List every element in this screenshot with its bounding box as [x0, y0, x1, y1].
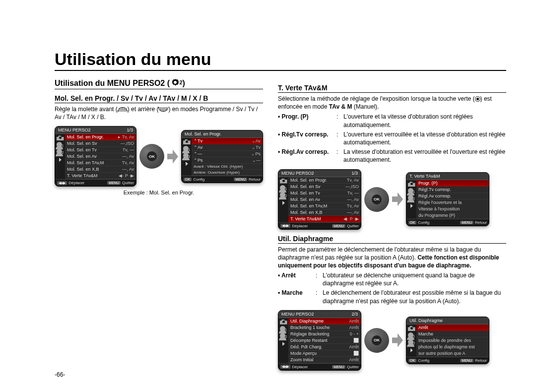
row-label: Zoom Initial: [290, 357, 314, 362]
panel-row-item: ⌃Tv⌄Av: [192, 138, 263, 144]
user-icon: [408, 188, 413, 194]
ok-icon: OK: [408, 359, 416, 362]
section-heading-text: Utilisation du MENU PERSO2 (: [55, 79, 170, 87]
panel-row-item: Mol. Sel. en TAv,MTv, Av: [65, 160, 136, 166]
panel-row-item: Mol. Sel. en Av—, Av: [65, 153, 136, 160]
footer-right: Retour: [249, 177, 261, 182]
row-value: —, Av: [347, 197, 359, 202]
row-value: —,ISO: [121, 141, 134, 146]
footer-left: Déplacer: [292, 224, 308, 228]
panel-title: MENU PERSO2: [281, 312, 314, 317]
row-value: Arrêt: [349, 319, 359, 324]
menu-icon: MENU: [460, 359, 473, 362]
panel-sidebar-icons: 1 2: [182, 138, 192, 176]
row-value: ◀- P -▶: [119, 173, 134, 178]
play-icon: [410, 204, 413, 208]
row-label: Mol. Sel. en Tv: [67, 147, 97, 152]
row-value: Tv, Av: [347, 203, 359, 208]
detail-line: du Programme (P): [416, 212, 489, 219]
panel-row-item: Mode Aperçu⬜: [288, 350, 361, 357]
user-icon: [57, 149, 62, 154]
footer-left: Config: [193, 177, 204, 182]
row-value: —, Av: [122, 167, 134, 172]
panel-row-item: ⌃Ps⌄—: [192, 157, 263, 164]
footer-left: Config: [418, 220, 429, 225]
row-label: Mol. Sel. en Av: [67, 154, 97, 159]
def-desc: L'ouverture et la vitesse d'obturation s…: [343, 113, 506, 129]
camera-icon: [280, 179, 287, 184]
row-value: Tv, Av: [122, 160, 134, 165]
row-value: ▸ Tv, Av: [118, 134, 134, 139]
row-value: ⌄Av: [252, 138, 261, 143]
def-sep: :: [316, 271, 320, 287]
col-left: Utilisation du MENU PERSO2 ( 2) Mol. Sel…: [55, 79, 263, 374]
row-label: Mol. Sel. en X,B: [290, 210, 323, 215]
panel-row-item: ⌃—⌄Ps: [192, 151, 263, 157]
panel-row-item: Mol. Sel. en Progr.Tv, Av: [288, 177, 361, 184]
footer-right: Quitter: [122, 181, 134, 185]
dial-rear-icon: [158, 107, 168, 112]
def-term: • Marche: [278, 289, 313, 305]
row-label: Progr. (P): [418, 181, 438, 186]
panel-row-item: Mol. Sel. en TAv,MTv, Av: [288, 203, 361, 209]
row-label: Mol. Sel. en Sv: [290, 184, 321, 189]
row-label: Mol. Sel. en Progr.: [67, 134, 104, 139]
nav-icon: ◀●▶: [280, 224, 290, 228]
panel-row-item: Bracketing 1 toucheArrêt: [288, 325, 361, 331]
panel-row-item: Décompte Restant⬜: [288, 337, 361, 344]
panel-diaphragme-options: Util. Diaphragme 1 2 ArrêtMarche Impossi…: [406, 317, 489, 364]
ok-nav-dial-icon: [364, 328, 389, 353]
user-icon: [280, 333, 285, 338]
panel-row-item: Mol. Sel. en Av—, Av: [288, 196, 361, 203]
definition-item: • Arrêt:L'obturateur se déclenche unique…: [278, 271, 506, 287]
row-value: Arrêt: [349, 325, 359, 330]
row-label: ⌃Av: [194, 145, 202, 150]
panel-tverte-options: T. Verte TAv&M 1 2 Progr. (P)Régl.Tv cor…: [406, 172, 489, 226]
row-value: ⬜: [353, 351, 359, 356]
def-term: • Arrêt: [278, 271, 313, 287]
row-label: Util. Diaphragme: [290, 319, 324, 324]
user-icon: [408, 195, 413, 200]
section-heading-end: ): [183, 79, 185, 87]
def-sep: :: [336, 148, 340, 164]
menu-icon: MENU: [107, 181, 121, 185]
row-label: Marche: [418, 331, 433, 336]
panel-row-item: Mol. Sel. en Sv—,ISO: [65, 140, 136, 147]
panel-title: MENU PERSO2: [58, 128, 91, 132]
tverte-intro: Sélectionne la méthode de réglage de l'e…: [278, 95, 506, 111]
panel-list: ⌃Tv⌄Av⌃Av⌄Tv⌃—⌄Ps⌃Ps⌄— Avant : Vitesse O…: [192, 138, 263, 176]
panel-sidebar-icons: 1 2: [406, 180, 416, 218]
panel-row-item: Progr. (P): [416, 180, 489, 187]
nav-icon: ◀●▶: [57, 181, 67, 185]
row-value: ⌄Tv: [252, 145, 261, 150]
row-label: Mol. Sel. en Av: [290, 197, 320, 202]
row-label: Mol. Sel. en X,B: [67, 167, 99, 172]
panel-row-item: Marche: [416, 331, 489, 337]
user-icon: [183, 146, 189, 151]
row-label: T. Verte TAv&M: [67, 173, 98, 178]
row-value: ⌄—: [252, 158, 261, 163]
arrow-right-icon: [392, 193, 403, 206]
def-desc: L'ouverture est verrouillée et la vitess…: [343, 131, 506, 146]
play-icon: [59, 158, 62, 162]
tverte-heading: T. Verte TAv&M: [278, 84, 506, 93]
panel-title: Mol. Sel. en Progr.: [185, 131, 221, 136]
detail-line: Arrière: Ouverture (Hyper): [192, 170, 263, 176]
col-right: T. Verte TAv&M Sélectionne la méthode de…: [278, 79, 506, 374]
row-label: Mol. Sel. en TAv,M: [290, 203, 327, 208]
panel-row-item: Mol. Sel. en X,B—, Av: [65, 166, 136, 173]
dial-front-icon: [118, 107, 128, 112]
panel-title: Util. Diaphragme: [409, 318, 443, 323]
ok-nav-dial-icon: [364, 187, 389, 212]
menu-icon: MENU: [332, 365, 345, 369]
row-value: ◀- P -▶: [343, 216, 359, 221]
panel-menuperso2-left: MENU PERSO2 1/3 1 2 Mol. Sel. en Progr.▸…: [55, 126, 136, 187]
detail-line: sur autre position que A: [416, 350, 489, 357]
gear-icon: [172, 79, 179, 86]
row-value: Arrêt: [349, 357, 359, 362]
row-label: Réglage Bracketing: [290, 331, 330, 336]
row-label: Arrêt: [418, 325, 428, 330]
footer-left: Config: [418, 358, 429, 363]
user-icon: [280, 185, 285, 191]
panel-row-item: Mol. Sel. en TvTv, —: [65, 147, 136, 153]
